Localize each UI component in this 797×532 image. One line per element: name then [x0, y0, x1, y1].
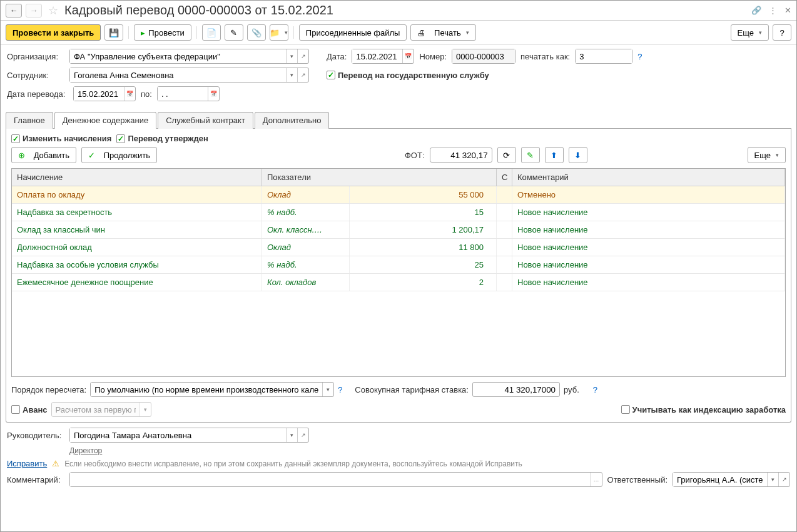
printas-box[interactable]	[575, 49, 632, 64]
close-icon[interactable]: ✕	[784, 6, 791, 15]
grid-header-indicators[interactable]: Показатели	[262, 169, 497, 186]
add-button[interactable]: ⊕ Добавить	[11, 147, 76, 163]
help-button[interactable]: ?	[773, 24, 791, 41]
chevron-down-icon[interactable]: ▾	[286, 428, 297, 442]
cell-value: 2	[350, 274, 497, 291]
manager-select[interactable]: ▾ ↗	[69, 428, 309, 443]
manager-input[interactable]	[70, 428, 286, 442]
table-row[interactable]: Надбавка за особые условия службы% надб.…	[12, 256, 785, 274]
checkbox-icon	[327, 71, 335, 79]
transfer-date-input[interactable]	[74, 87, 124, 101]
post-button[interactable]: ▸Провести	[134, 24, 191, 41]
transfer-date-select[interactable]: 📅	[73, 86, 136, 101]
chevron-down-icon[interactable]: ▾	[286, 49, 297, 63]
attached-files-button[interactable]: Присоединенные файлы	[299, 24, 407, 41]
change-accruals-check[interactable]: Изменить начисления	[11, 134, 111, 143]
kebab-icon[interactable]: ⋮	[769, 6, 777, 15]
attach-button[interactable]: 📎	[247, 24, 266, 41]
move-down-button[interactable]: ⬇	[569, 147, 587, 163]
grid-header-accrual[interactable]: Начисление	[12, 169, 262, 186]
print-button[interactable]: 🖨 Печать▾	[410, 24, 475, 41]
grid-more-button[interactable]: Еще▾	[748, 147, 786, 163]
table-row[interactable]: Должностной окладОклад11 800Новое начисл…	[12, 239, 785, 256]
refresh-button[interactable]: ⟳	[497, 147, 516, 163]
number-box[interactable]	[452, 49, 515, 64]
chevron-down-icon[interactable]: ▾	[286, 68, 297, 82]
calendar-icon[interactable]: 📅	[208, 87, 219, 101]
edit-button[interactable]: ✎	[521, 147, 540, 163]
cell-indicator: Окл. классн.…	[262, 221, 350, 238]
cell-value: 15	[350, 204, 497, 221]
grid-header-comment[interactable]: Комментарий	[512, 169, 785, 186]
continue-button[interactable]: ✓ Продолжить	[81, 147, 157, 163]
more-button[interactable]: Еще▾	[731, 24, 769, 41]
table-row[interactable]: Надбавка за секретность% надб.15Новое на…	[12, 204, 785, 221]
org-input[interactable]	[70, 49, 286, 63]
org-select[interactable]: ▾ ↗	[69, 49, 309, 64]
tab-salary[interactable]: Денежное содержание	[54, 112, 156, 129]
favorite-icon[interactable]: ☆	[48, 4, 58, 18]
to-date-input[interactable]	[158, 87, 208, 101]
tab-main[interactable]: Главное	[6, 112, 53, 129]
number-input	[452, 49, 515, 63]
open-icon[interactable]: ↗	[297, 428, 308, 442]
table-row[interactable]: Оплата по окладуОклад55 000Отменено	[12, 186, 785, 204]
responsible-input[interactable]	[673, 473, 767, 486]
calendar-icon[interactable]: 📅	[124, 87, 135, 101]
date-input[interactable]	[352, 49, 402, 63]
chevron-down-icon: ▾	[776, 152, 779, 158]
checkbox-icon	[116, 134, 125, 143]
create-based-button[interactable]: 📁▾	[270, 24, 288, 41]
printas-input[interactable]	[576, 49, 632, 63]
to-date-select[interactable]: 📅	[157, 86, 220, 101]
tab-additional[interactable]: Дополнительно	[255, 112, 330, 129]
chevron-down-icon[interactable]: ▾	[322, 383, 333, 396]
cell-indicator: Оклад	[262, 239, 350, 256]
employee-input[interactable]	[70, 68, 286, 82]
cell-comment: Отменено	[512, 186, 785, 203]
grid-header-s[interactable]: С	[497, 169, 512, 186]
fix-link[interactable]: Исправить	[7, 459, 47, 468]
comment-input[interactable]	[70, 473, 591, 486]
responsible-select[interactable]: ▾ ↗	[673, 472, 790, 487]
cell-indicator: Оклад	[262, 186, 350, 203]
cell-accrual: Ежемесячное денежное поощрение	[12, 274, 262, 291]
open-icon[interactable]: ↗	[778, 473, 789, 486]
date-select[interactable]: 📅	[352, 49, 414, 64]
calendar-icon[interactable]: 📅	[402, 49, 414, 63]
chevron-down-icon[interactable]: ▾	[767, 473, 778, 486]
open-icon[interactable]: ↗	[297, 68, 308, 82]
help-icon[interactable]: ?	[637, 52, 642, 61]
recalc-select[interactable]: ▾	[90, 382, 334, 397]
index-check[interactable]: Учитывать как индексацию заработка	[621, 405, 786, 414]
open-icon[interactable]: ↗	[297, 49, 308, 63]
nav-forward-button[interactable]: →	[26, 4, 42, 18]
advance-check[interactable]: Аванс	[11, 405, 48, 414]
comment-label: Комментарий:	[7, 475, 64, 484]
help-icon[interactable]: ?	[593, 385, 597, 394]
ellipsis-icon[interactable]: …	[591, 473, 602, 486]
nav-back-button[interactable]: ←	[6, 4, 22, 18]
save-button[interactable]: 💾	[104, 24, 123, 41]
rate-input[interactable]	[472, 382, 560, 397]
sign-button[interactable]: ✎	[225, 24, 243, 41]
manager-role-link[interactable]: Директор	[69, 446, 102, 455]
doc-button[interactable]: 📄	[202, 24, 221, 41]
chevron-down-icon: ▾	[285, 29, 288, 36]
table-row[interactable]: Ежемесячное денежное поощрениеКол. оклад…	[12, 274, 785, 291]
move-up-button[interactable]: ⬆	[545, 147, 564, 163]
fot-input[interactable]	[430, 148, 492, 163]
post-and-close-button[interactable]: Провести и закрыть	[6, 24, 101, 41]
tab-contract[interactable]: Служебный контракт	[158, 112, 253, 129]
gov-transfer-check[interactable]: Перевод на государственную службу	[327, 71, 489, 80]
recalc-input[interactable]	[91, 383, 322, 396]
transfer-approved-check[interactable]: Перевод утвержден	[116, 134, 208, 143]
help-icon[interactable]: ?	[338, 385, 342, 394]
printas-label: печатать как:	[520, 52, 570, 61]
org-label: Организация:	[7, 52, 64, 61]
employee-select[interactable]: ▾ ↗	[69, 68, 309, 83]
link-icon[interactable]: 🔗	[751, 6, 761, 15]
table-row[interactable]: Оклад за классный чинОкл. классн.…1 200,…	[12, 221, 785, 239]
comment-box[interactable]: …	[69, 472, 602, 487]
rate-label: Совокупная тарифная ставка:	[355, 385, 469, 394]
